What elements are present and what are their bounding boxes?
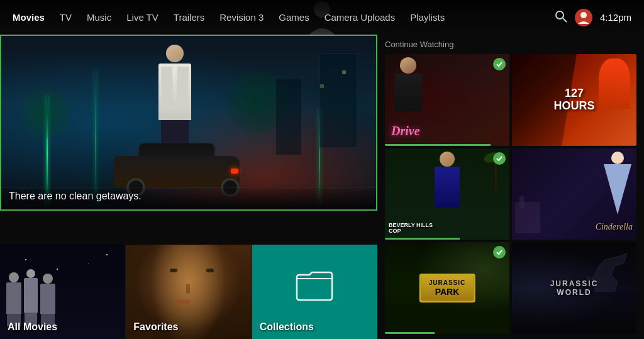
hero-tagline: There are no clean getaways. [9, 191, 142, 202]
cinderella-title: Cinderella [596, 222, 633, 232]
nav-item-trailers[interactable]: Trailers [174, 12, 204, 23]
nav-item-music[interactable]: Music [87, 12, 111, 23]
svg-point-2 [580, 12, 587, 18]
jurassic-park-progress [385, 332, 435, 334]
collections-card[interactable]: Collections [252, 245, 377, 339]
avatar[interactable] [575, 9, 592, 26]
favorites-card[interactable]: Favorites [126, 245, 252, 339]
main-content: There are no clean getaways. [0, 35, 644, 339]
jurassic-park-title: JURASSIC PARK [419, 274, 475, 303]
beverly-progress [385, 238, 460, 240]
all-movies-label: All Movies [8, 321, 57, 333]
hero-featured[interactable]: There are no clean getaways. [0, 35, 377, 211]
hours-title: 127HOURS [553, 87, 594, 113]
beverly-checkmark [493, 152, 506, 165]
right-panel: Continue Watching Drive [377, 35, 644, 339]
movie-tile-drive[interactable]: Drive [385, 54, 509, 146]
movie-tile-beverly[interactable]: BEVERLY HILLSCOP [385, 148, 509, 240]
drive-progress [385, 144, 491, 146]
movie-tile-cinderella[interactable]: Cinderella [512, 148, 636, 240]
section-title: Continue Watching [385, 40, 636, 49]
bottom-row: All Movies [0, 245, 377, 339]
all-movies-card[interactable]: All Movies [0, 245, 126, 339]
movie-tile-jurassic-park[interactable]: JURASSIC PARK [385, 242, 509, 334]
nav-item-livetv[interactable]: Live TV [126, 12, 158, 23]
folder-icon [296, 270, 333, 304]
continue-watching-grid: Drive 127HOURS [385, 54, 636, 334]
jurassic-world-title: JURASSICWORLD [550, 279, 599, 297]
nav-item-tv[interactable]: TV [60, 12, 72, 23]
time-display: 4:12pm [600, 12, 631, 23]
drive-title: Drive [391, 124, 420, 138]
nav-item-playlists[interactable]: Playlists [410, 12, 445, 23]
header-right: 4:12pm [555, 9, 631, 26]
svg-line-1 [563, 18, 567, 22]
movie-tile-jurassic-world[interactable]: JURASSICWORLD [512, 242, 636, 334]
hero-figure [158, 45, 191, 152]
nav-bar: Movies TV Music Live TV Trailers Revisio… [13, 12, 445, 23]
left-panel: There are no clean getaways. [0, 35, 377, 339]
favorites-label: Favorites [133, 321, 178, 333]
svg-point-0 [556, 11, 564, 19]
search-icon[interactable] [555, 10, 567, 25]
drive-checkmark [493, 58, 506, 70]
nav-item-movies[interactable]: Movies [13, 12, 45, 23]
nav-item-revision3[interactable]: Revision 3 [219, 12, 264, 23]
nav-item-camerauploads[interactable]: Camera Uploads [325, 12, 396, 23]
header: Movies TV Music Live TV Trailers Revisio… [0, 0, 644, 35]
nav-item-games[interactable]: Games [279, 12, 309, 23]
beverly-title: BEVERLY HILLSCOP [389, 223, 433, 235]
movie-tile-127hours[interactable]: 127HOURS [512, 54, 636, 146]
collections-label: Collections [260, 321, 314, 333]
